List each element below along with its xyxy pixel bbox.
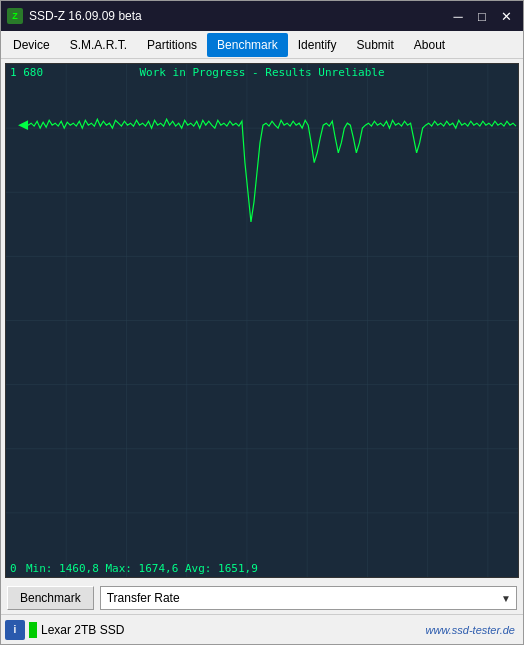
benchmark-chart: 1 680 Work in Progress - Results Unrelia… (5, 63, 519, 578)
chart-stats: Min: 1460,8 Max: 1674,6 Avg: 1651,9 (26, 562, 258, 575)
close-button[interactable]: ✕ (495, 6, 517, 26)
info-icon: i (5, 620, 25, 640)
menu-bar: Device S.M.A.R.T. Partitions Benchmark I… (1, 31, 523, 59)
menu-item-partitions[interactable]: Partitions (137, 33, 207, 57)
svg-marker-15 (18, 120, 28, 130)
benchmark-button[interactable]: Benchmark (7, 586, 94, 610)
website-label: www.ssd-tester.de (426, 624, 515, 636)
menu-item-smart[interactable]: S.M.A.R.T. (60, 33, 137, 57)
menu-item-benchmark[interactable]: Benchmark (207, 33, 288, 57)
bottom-toolbar: Benchmark Transfer Rate Access Time IOPS… (1, 582, 523, 614)
window-controls: ─ □ ✕ (447, 6, 517, 26)
transfer-type-dropdown[interactable]: Transfer Rate Access Time IOPS (100, 586, 517, 610)
title-bar: Z SSD-Z 16.09.09 beta ─ □ ✕ (1, 1, 523, 31)
status-device: Lexar 2TB SSD (29, 622, 422, 638)
minimize-button[interactable]: ─ (447, 6, 469, 26)
chart-svg (6, 64, 518, 577)
status-bar: i Lexar 2TB SSD www.ssd-tester.de (1, 614, 523, 644)
maximize-button[interactable]: □ (471, 6, 493, 26)
device-health-indicator (29, 622, 37, 638)
app-icon: Z (7, 8, 23, 24)
main-content: 1 680 Work in Progress - Results Unrelia… (1, 59, 523, 614)
chart-bottom-label: 0 (10, 562, 17, 575)
main-window: Z SSD-Z 16.09.09 beta ─ □ ✕ Device S.M.A… (0, 0, 524, 645)
menu-item-identify[interactable]: Identify (288, 33, 347, 57)
menu-item-submit[interactable]: Submit (346, 33, 403, 57)
menu-item-device[interactable]: Device (3, 33, 60, 57)
window-title: SSD-Z 16.09.09 beta (29, 9, 447, 23)
device-name: Lexar 2TB SSD (41, 623, 124, 637)
menu-item-about[interactable]: About (404, 33, 455, 57)
dropdown-container: Transfer Rate Access Time IOPS ▼ (100, 586, 517, 610)
